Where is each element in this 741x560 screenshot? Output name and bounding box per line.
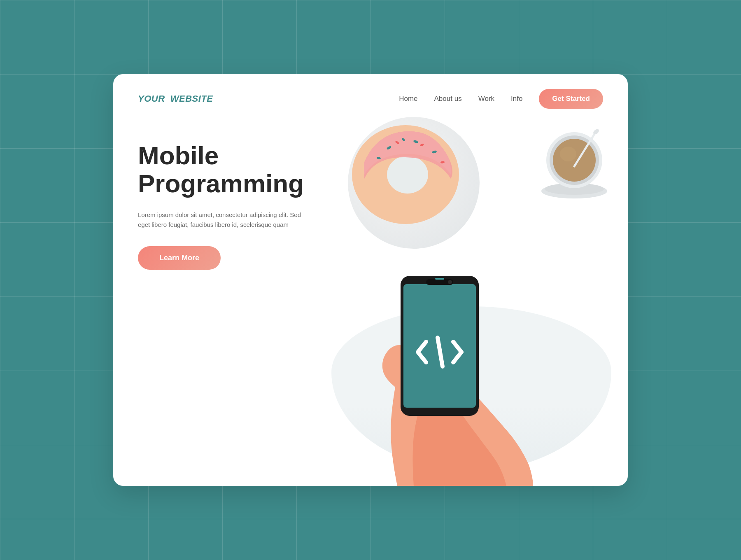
main-card: YOUR WEBSITE Home About us Work Info Get… [113, 74, 628, 486]
phone-hand-group [331, 231, 545, 486]
svg-point-1 [387, 156, 428, 194]
logo-website: WEBSITE [170, 93, 213, 104]
hero-title: Mobile Programming [138, 142, 303, 198]
learn-more-button[interactable]: Learn More [138, 246, 221, 270]
hero-description: Lorem ipsum dolor sit amet, consectetur … [138, 210, 303, 230]
illustration [298, 100, 628, 486]
logo: YOUR WEBSITE [138, 93, 213, 104]
svg-point-15 [560, 147, 576, 161]
donut-illustration [344, 109, 467, 232]
svg-point-14 [553, 139, 596, 182]
svg-point-21 [448, 280, 452, 284]
hero-section: Mobile Programming Lorem ipsum dolor sit… [113, 109, 628, 479]
hand-phone-illustration [331, 231, 545, 486]
coffee-group [537, 125, 615, 205]
coffee-cup-illustration [537, 125, 615, 203]
hero-text: Mobile Programming Lorem ipsum dolor sit… [138, 142, 303, 270]
donut-group [348, 117, 480, 249]
svg-rect-22 [435, 278, 444, 280]
logo-your: YOUR [138, 93, 165, 104]
